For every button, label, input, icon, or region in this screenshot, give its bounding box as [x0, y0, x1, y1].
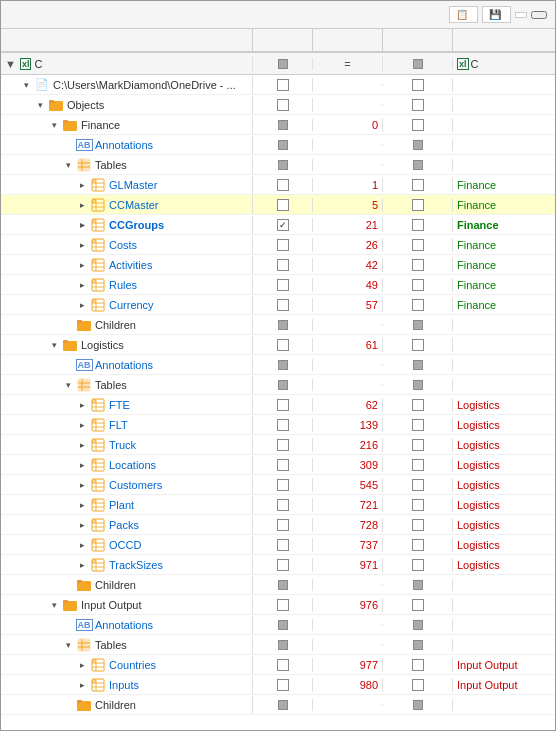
checkbox[interactable] — [412, 419, 424, 431]
checkbox[interactable] — [278, 640, 288, 650]
checkbox[interactable] — [277, 279, 289, 291]
checkbox[interactable] — [413, 320, 423, 330]
row-label[interactable]: GLMaster — [109, 179, 157, 191]
checkbox[interactable] — [277, 259, 289, 271]
expand-icon[interactable]: ▾ — [19, 78, 33, 92]
table-row[interactable]: ▸GLMaster1Finance — [1, 175, 555, 195]
row-label[interactable]: FTE — [109, 399, 130, 411]
checkbox[interactable] — [277, 339, 289, 351]
checkbox[interactable] — [277, 559, 289, 571]
expand-icon[interactable]: ▾ — [47, 338, 61, 352]
table-row[interactable]: ▸FLT139Logistics — [1, 415, 555, 435]
checkbox[interactable] — [412, 559, 424, 571]
checkbox[interactable] — [278, 700, 288, 710]
table-row[interactable]: ▸CCMaster5Finance — [1, 195, 555, 215]
checkbox[interactable] — [278, 120, 288, 130]
checkbox[interactable] — [413, 580, 423, 590]
checkbox[interactable] — [412, 119, 424, 131]
row-label[interactable]: CCMaster — [109, 199, 159, 211]
expand-icon[interactable]: ▸ — [75, 518, 89, 532]
checkbox[interactable] — [277, 519, 289, 531]
table-row[interactable]: ▾Input Output976 — [1, 595, 555, 615]
expand-icon[interactable]: ▸ — [75, 538, 89, 552]
table-row[interactable]: ▾Tables — [1, 155, 555, 175]
table-row[interactable]: ▸CCGroups21Finance — [1, 215, 555, 235]
expand-icon[interactable]: ▾ — [47, 118, 61, 132]
table-row[interactable]: ▸Inputs980Input Output — [1, 675, 555, 695]
checkbox[interactable] — [412, 399, 424, 411]
row-label[interactable]: Packs — [109, 519, 139, 531]
checkbox[interactable] — [277, 599, 289, 611]
expand-icon[interactable]: ▸ — [75, 658, 89, 672]
table-row[interactable]: ABAnnotations — [1, 355, 555, 375]
checkbox[interactable] — [278, 580, 288, 590]
table-row[interactable]: ▸Truck216Logistics — [1, 435, 555, 455]
checkbox[interactable] — [277, 99, 289, 111]
table-row[interactable]: ▾📄C:\Users\MarkDiamond\OneDrive - ... — [1, 75, 555, 95]
table-row[interactable]: ▾Tables — [1, 375, 555, 395]
filter-calc-checkbox[interactable] — [278, 59, 288, 69]
row-label[interactable]: CCGroups — [109, 219, 164, 231]
table-row[interactable]: ABAnnotations — [1, 615, 555, 635]
checkbox[interactable] — [412, 199, 424, 211]
checkbox[interactable] — [413, 700, 423, 710]
col-header-description[interactable] — [1, 29, 253, 51]
row-label[interactable]: Inputs — [109, 679, 139, 691]
checkbox[interactable] — [413, 640, 423, 650]
expand-icon[interactable]: ▸ — [75, 438, 89, 452]
table-row[interactable]: ▾Finance0 — [1, 115, 555, 135]
row-label[interactable]: Countries — [109, 659, 156, 671]
pin-button[interactable] — [515, 12, 527, 18]
expand-icon[interactable]: ▸ — [75, 418, 89, 432]
row-label[interactable]: Customers — [109, 479, 162, 491]
load-layout-button[interactable]: 📋 — [449, 6, 478, 23]
row-label[interactable]: Rules — [109, 279, 137, 291]
save-layout-button[interactable]: 💾 — [482, 6, 511, 23]
checkbox[interactable] — [278, 140, 288, 150]
table-row[interactable]: ▸FTE62Logistics — [1, 395, 555, 415]
expand-icon[interactable]: ▸ — [75, 178, 89, 192]
table-row[interactable]: ▸Rules49Finance — [1, 275, 555, 295]
checkbox[interactable] — [277, 459, 289, 471]
table-row[interactable]: Children — [1, 315, 555, 335]
expand-icon[interactable]: ▸ — [75, 458, 89, 472]
expand-icon[interactable]: ▾ — [33, 98, 47, 112]
checkbox[interactable] — [412, 179, 424, 191]
checkbox[interactable] — [278, 320, 288, 330]
checkbox[interactable] — [412, 79, 424, 91]
checkbox[interactable] — [413, 160, 423, 170]
table-row[interactable]: ABAnnotations — [1, 135, 555, 155]
checkbox[interactable] — [412, 499, 424, 511]
checkbox[interactable] — [412, 519, 424, 531]
expand-icon[interactable]: ▸ — [75, 238, 89, 252]
expand-icon[interactable]: ▾ — [47, 598, 61, 612]
table-row[interactable]: ▾Tables — [1, 635, 555, 655]
tree-container[interactable]: ▾📄C:\Users\MarkDiamond\OneDrive - ...▾Ob… — [1, 75, 555, 730]
checkbox[interactable] — [412, 299, 424, 311]
table-row[interactable]: ▸Plant721Logistics — [1, 495, 555, 515]
row-label[interactable]: Locations — [109, 459, 156, 471]
row-label[interactable]: Plant — [109, 499, 134, 511]
checkbox[interactable] — [413, 620, 423, 630]
checkbox[interactable] — [278, 620, 288, 630]
table-row[interactable]: ▸Activities42Finance — [1, 255, 555, 275]
expand-icon[interactable]: ▸ — [75, 678, 89, 692]
checkbox[interactable] — [412, 659, 424, 671]
checkbox[interactable] — [412, 239, 424, 251]
checkbox[interactable] — [412, 599, 424, 611]
col-header-index[interactable] — [313, 29, 383, 51]
checkbox[interactable] — [413, 140, 423, 150]
checkbox[interactable] — [412, 479, 424, 491]
table-row[interactable]: ▸OCCD737Logistics — [1, 535, 555, 555]
table-row[interactable]: ▸Countries977Input Output — [1, 655, 555, 675]
table-row[interactable]: ▸Customers545Logistics — [1, 475, 555, 495]
row-label[interactable]: Annotations — [95, 619, 153, 631]
row-label[interactable]: Truck — [109, 439, 136, 451]
checkbox[interactable] — [412, 679, 424, 691]
row-label[interactable]: Activities — [109, 259, 152, 271]
expand-icon[interactable]: ▸ — [75, 218, 89, 232]
checkbox[interactable] — [278, 160, 288, 170]
expand-icon[interactable]: ▸ — [75, 558, 89, 572]
row-label[interactable]: Currency — [109, 299, 154, 311]
table-row[interactable]: ▸Packs728Logistics — [1, 515, 555, 535]
